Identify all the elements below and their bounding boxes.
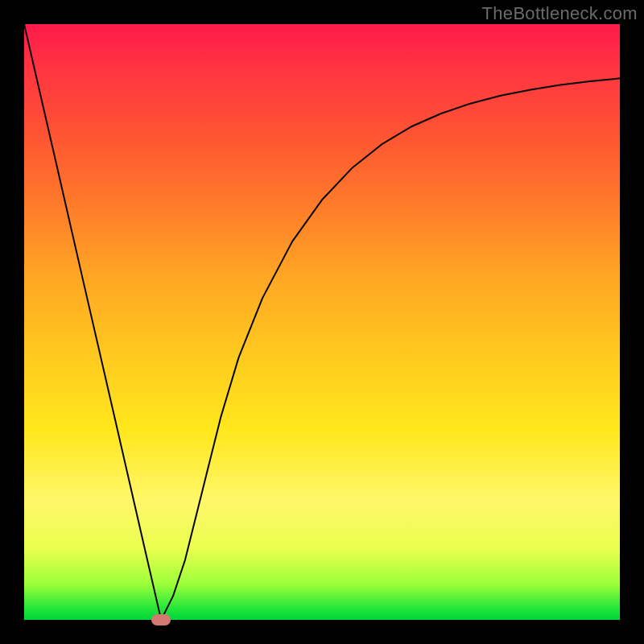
curve-svg bbox=[24, 24, 620, 620]
chart-frame: TheBottleneck.com bbox=[0, 0, 644, 644]
bottleneck-curve bbox=[24, 24, 620, 620]
minimum-marker bbox=[151, 614, 171, 625]
plot-area bbox=[24, 24, 620, 620]
watermark-text: TheBottleneck.com bbox=[482, 3, 638, 24]
